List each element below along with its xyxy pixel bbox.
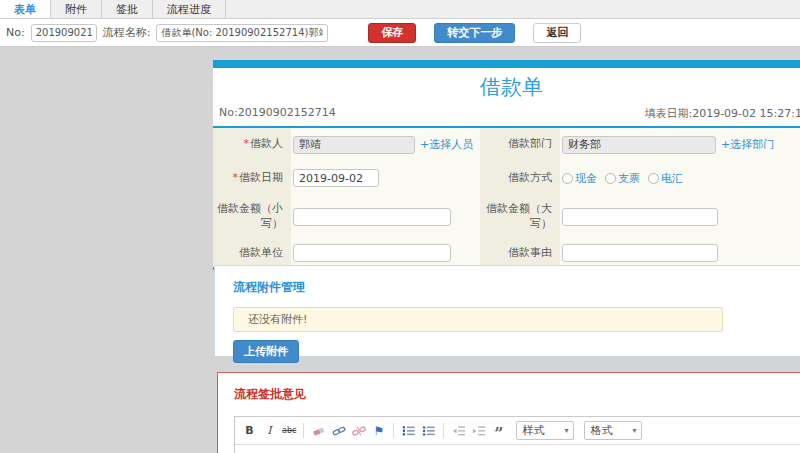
- radio-circle-icon[interactable]: [562, 173, 573, 184]
- select-department-link[interactable]: +选择部门: [721, 137, 774, 152]
- attachments-heading: 流程附件管理: [233, 279, 800, 296]
- tab-process-progress[interactable]: 流程进度: [153, 0, 226, 18]
- approval-heading: 流程签批意见: [234, 386, 800, 403]
- amount-uppercase-label: 借款金额（大写）: [480, 195, 560, 239]
- toolbar-separator: [303, 423, 304, 438]
- radio-wire-transfer[interactable]: 电汇: [648, 171, 683, 186]
- editor-toolbar: B I abc ⚑: [235, 417, 800, 445]
- back-button[interactable]: 返回: [533, 23, 581, 43]
- amount-uppercase-input[interactable]: [562, 208, 718, 226]
- borrow-department-label: 借款部门: [480, 128, 560, 161]
- link-icon[interactable]: [331, 423, 346, 438]
- no-input[interactable]: [31, 24, 97, 42]
- form-fill-date-text: 填表日期:2019-09-02 15:27:1: [644, 106, 800, 121]
- unlink-icon[interactable]: [351, 423, 366, 438]
- forward-next-step-button[interactable]: 转交下一步: [434, 23, 515, 43]
- format-dropdown[interactable]: 格式 ▾: [584, 421, 642, 440]
- borrow-reason-input[interactable]: [562, 244, 718, 262]
- chevron-down-icon: ▾: [632, 426, 636, 435]
- editor-content-area[interactable]: [235, 445, 800, 453]
- no-attachments-message: 还没有附件!: [233, 307, 723, 332]
- radio-circle-icon[interactable]: [648, 173, 659, 184]
- radio-check[interactable]: 支票: [605, 171, 640, 186]
- loan-form-panel: 借款单 No:20190902152714 填表日期:2019-09-02 15…: [213, 60, 800, 270]
- radio-circle-icon[interactable]: [605, 173, 616, 184]
- required-mark: *: [233, 171, 239, 184]
- page-body: 借款单 No:20190902152714 填表日期:2019-09-02 15…: [0, 47, 800, 453]
- tab-bar: 表单 附件 签批 流程进度: [0, 0, 800, 19]
- radio-cash[interactable]: 现金: [562, 171, 597, 186]
- blockquote-icon[interactable]: ”: [491, 423, 506, 438]
- select-person-link[interactable]: +选择人员: [420, 137, 473, 152]
- italic-icon[interactable]: I: [262, 423, 277, 438]
- process-attachments-panel: 流程附件管理 还没有附件! 上传附件: [214, 265, 800, 357]
- borrow-unit-label: 借款单位: [213, 239, 291, 267]
- tab-approval[interactable]: 签批: [102, 0, 153, 18]
- borrow-date-label: *借款日期: [213, 161, 291, 195]
- panel-top-accent-bar: [213, 60, 800, 68]
- borrow-method-radio-group: 现金 支票 电汇: [562, 171, 683, 186]
- no-label: No:: [6, 26, 25, 39]
- form-no-text: No:20190902152714: [219, 106, 336, 121]
- borrow-method-label: 借款方式: [480, 161, 560, 195]
- save-button[interactable]: 保存: [368, 23, 416, 43]
- required-mark: *: [244, 137, 250, 150]
- toolbar: No: 流程名称: 保存 转交下一步 返回: [0, 19, 800, 47]
- upload-attachment-button[interactable]: 上传附件: [233, 340, 299, 363]
- amount-lowercase-label: 借款金额（小写）: [213, 195, 291, 239]
- tab-form[interactable]: 表单: [0, 0, 51, 18]
- process-approval-panel: 流程签批意见 B I abc ⚑: [217, 372, 800, 453]
- toolbar-separator: [393, 423, 394, 438]
- bold-icon[interactable]: B: [242, 423, 257, 438]
- page-title: 借款单: [213, 72, 800, 102]
- bulleted-list-icon[interactable]: [421, 423, 436, 438]
- process-name-label: 流程名称:: [103, 25, 151, 40]
- loan-form-header: 借款单 No:20190902152714 填表日期:2019-09-02 15…: [213, 68, 800, 128]
- outdent-icon[interactable]: [451, 423, 466, 438]
- process-name-input[interactable]: [156, 24, 328, 42]
- rich-text-editor: B I abc ⚑: [234, 416, 800, 453]
- indent-icon[interactable]: [471, 423, 486, 438]
- borrow-reason-label: 借款事由: [480, 239, 560, 267]
- tab-attachments[interactable]: 附件: [51, 0, 102, 18]
- borrow-department-input[interactable]: [562, 136, 716, 154]
- borrower-input[interactable]: [293, 136, 415, 154]
- numbered-list-icon[interactable]: [401, 423, 416, 438]
- styles-dropdown[interactable]: 样式 ▾: [516, 421, 574, 440]
- borrow-date-input[interactable]: [293, 169, 379, 187]
- toolbar-separator: [443, 423, 444, 438]
- loan-form-fields: *借款人 +选择人员 借款部门 +选择部门 *借款日期 借款方式 现金 支票 电…: [213, 128, 800, 270]
- remove-format-icon[interactable]: [311, 423, 326, 438]
- anchor-flag-icon[interactable]: ⚑: [371, 423, 386, 438]
- amount-lowercase-input[interactable]: [293, 208, 451, 226]
- borrower-label: *借款人: [213, 128, 291, 161]
- strikethrough-icon[interactable]: abc: [282, 423, 296, 438]
- chevron-down-icon: ▾: [564, 426, 568, 435]
- borrow-unit-input[interactable]: [293, 244, 451, 262]
